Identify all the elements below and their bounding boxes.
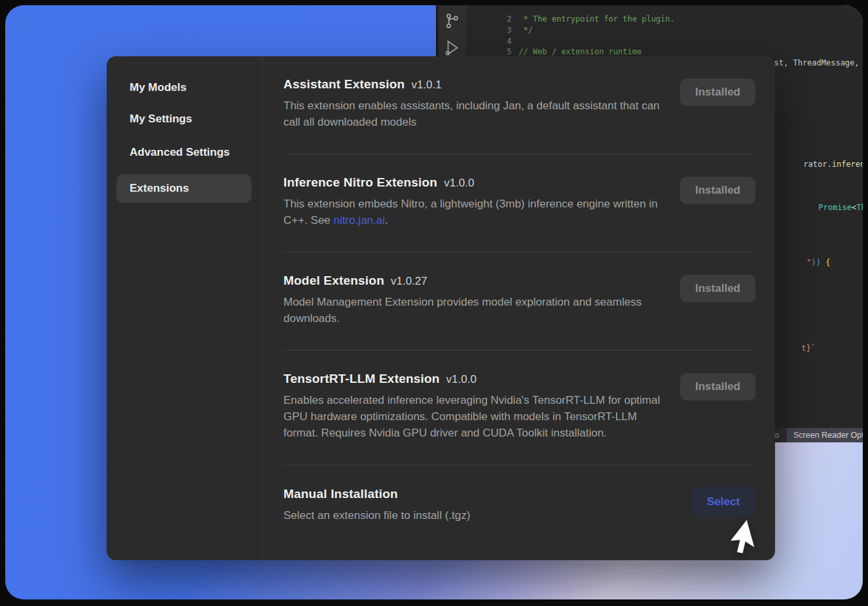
- section-title: Manual Installation: [283, 487, 398, 501]
- extensions-list: Assistant Extension v1.0.1 This extensio…: [262, 56, 775, 560]
- code-text: */: [518, 26, 533, 35]
- extension-title: Inference Nitro Extension v1.0.0: [283, 175, 666, 190]
- description-text: .: [385, 214, 388, 226]
- extension-name: Model Extension: [283, 274, 384, 288]
- extension-description: Model Management Extension provides mode…: [283, 294, 666, 327]
- mouse-cursor: [744, 516, 774, 556]
- code-fragment: ")) {: [778, 249, 831, 276]
- extension-description: This extension embeds Nitro, a lightweig…: [283, 196, 666, 228]
- source-control-icon[interactable]: [444, 12, 461, 29]
- code-text: * The entrypoint for the plugin.: [518, 14, 674, 24]
- manual-installation-description: Select an extension file to install (.tg…: [283, 507, 470, 524]
- code-text: )): [812, 258, 821, 267]
- settings-sidebar: My Models My Settings Advanced Settings …: [107, 56, 262, 560]
- installed-button[interactable]: Installed: [680, 79, 755, 106]
- manual-installation-title: Manual Installation: [283, 487, 470, 501]
- code-text: Promise: [818, 203, 852, 212]
- extension-title: Assistant Extension v1.0.1: [283, 77, 666, 92]
- code-text: ": [806, 258, 811, 267]
- code-text: inference: [832, 160, 863, 169]
- screen-reader-status-item[interactable]: Screen Reader Optimized: [787, 428, 863, 442]
- extension-description: Enables accelerated inference leveraging…: [283, 392, 666, 441]
- code-fragment: Promise<ThreadMessage>: [790, 194, 863, 221]
- extension-name: TensortRT-LLM Extension: [283, 372, 440, 386]
- extension-row: TensortRT-LLM Extension v1.0.0 Enables a…: [283, 351, 755, 465]
- settings-panel: My Models My Settings Advanced Settings …: [107, 56, 775, 560]
- extension-version: v1.0.0: [446, 373, 477, 386]
- extension-name: Inference Nitro Extension: [283, 175, 437, 190]
- extension-description: This extension enables assistants, inclu…: [283, 98, 666, 130]
- sidebar-item-my-models[interactable]: My Models: [130, 81, 187, 94]
- extension-row: Assistant Extension v1.0.1 This extensio…: [283, 56, 755, 154]
- extension-version: v1.0.0: [444, 177, 474, 190]
- code-text: ThreadMessage: [856, 203, 863, 212]
- code-fragment: t}`: [773, 334, 816, 362]
- select-file-button[interactable]: Select: [691, 487, 755, 516]
- page-background: 2 * The entrypoint for the plugin. 3 */ …: [5, 5, 863, 599]
- sidebar-item-extensions[interactable]: Extensions: [117, 174, 251, 203]
- installed-button[interactable]: Installed: [680, 177, 755, 204]
- code-text: rator.: [803, 160, 831, 169]
- code-text: {: [821, 258, 830, 267]
- code-text: t}`: [801, 344, 816, 353]
- sidebar-item-advanced-settings[interactable]: Advanced Settings: [130, 146, 230, 159]
- code-fragment: rator.inference(data));: [775, 151, 863, 178]
- extension-row: Model Extension v1.0.27 Model Management…: [283, 253, 755, 351]
- nitro-jan-ai-link[interactable]: nitro.jan.ai: [334, 214, 385, 226]
- sidebar-item-my-settings[interactable]: My Settings: [130, 113, 192, 126]
- extension-version: v1.0.1: [411, 79, 441, 92]
- extension-row: Inference Nitro Extension v1.0.0 This ex…: [283, 154, 755, 253]
- extension-title: TensortRT-LLM Extension v1.0.0: [283, 372, 666, 386]
- installed-button[interactable]: Installed: [680, 275, 755, 302]
- installed-button[interactable]: Installed: [680, 373, 755, 401]
- extension-title: Model Extension v1.0.27: [283, 274, 666, 288]
- manual-installation-row: Manual Installation Select an extension …: [283, 465, 755, 547]
- extension-name: Assistant Extension: [283, 77, 405, 92]
- extension-version: v1.0.27: [391, 275, 427, 288]
- run-debug-icon[interactable]: [444, 39, 461, 56]
